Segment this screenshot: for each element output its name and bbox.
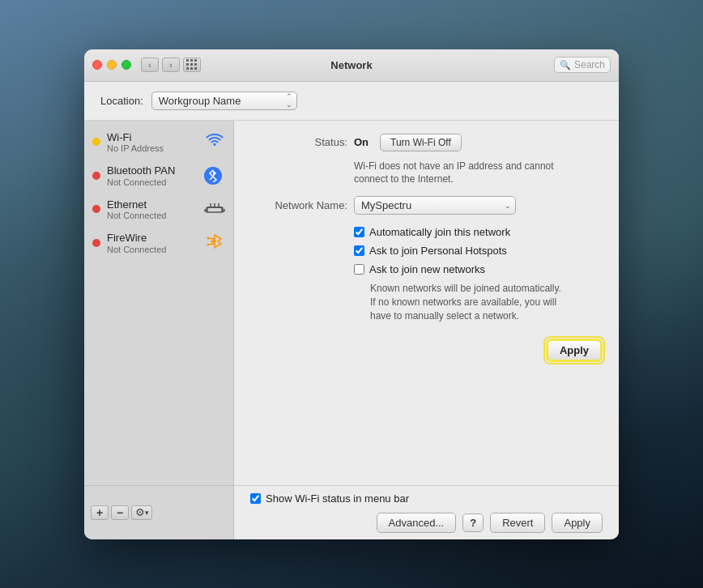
sidebar-item-bluetooth[interactable]: Bluetooth PAN Not Connected — [84, 159, 233, 193]
bluetooth-icon — [204, 167, 225, 185]
sidebar-toolbar: + − ⚙ ▾ — [84, 485, 234, 539]
auto-join-row: Automatically join this network — [354, 226, 603, 238]
status-row: Status: On Turn Wi-Fi Off — [250, 134, 603, 151]
firewire-status: Not Connected — [107, 245, 198, 254]
apply-button-bottom[interactable]: Apply — [552, 513, 603, 533]
personal-hotspot-checkbox[interactable] — [354, 245, 364, 256]
bluetooth-name: Bluetooth PAN — [107, 164, 198, 177]
sidebar-item-ethernet[interactable]: Ethernet Not Connected — [84, 193, 233, 227]
show-wifi-row: Show Wi-Fi status in menu bar — [250, 492, 603, 505]
auto-join-checkbox[interactable] — [354, 227, 364, 237]
close-button[interactable] — [92, 60, 102, 70]
advanced-button[interactable]: Advanced... — [377, 513, 457, 533]
bluetooth-status-dot — [92, 172, 100, 180]
new-networks-checkbox[interactable] — [354, 264, 364, 275]
right-panel: Status: On Turn Wi-Fi Off Wi-Fi does not… — [234, 121, 619, 485]
back-button[interactable]: ‹ — [141, 58, 159, 72]
sidebar-item-firewire[interactable]: FireWire Not Connected — [84, 226, 233, 260]
search-icon: 🔍 — [560, 60, 571, 70]
remove-network-button[interactable]: − — [111, 505, 129, 520]
auto-join-label: Automatically join this network — [369, 226, 510, 238]
network-name-row: Network Name: MySpectru ⌄ — [250, 196, 603, 215]
highlighted-apply-wrapper: Apply — [546, 339, 603, 362]
traffic-lights — [92, 60, 131, 70]
firewire-info: FireWire Not Connected — [107, 232, 198, 254]
ethernet-status-dot — [92, 205, 100, 213]
status-label: Status: — [250, 136, 347, 148]
location-select[interactable]: Workgroup Name — [151, 92, 297, 110]
minimize-button[interactable] — [107, 60, 117, 70]
wifi-status-dot — [92, 138, 100, 146]
revert-button[interactable]: Revert — [490, 513, 545, 533]
ethernet-name: Ethernet — [107, 198, 198, 211]
titlebar: ‹ › Network 🔍 Search — [84, 49, 619, 82]
svg-point-3 — [207, 236, 210, 239]
location-label: Location: — [100, 95, 143, 107]
status-description: Wi-Fi does not have an IP address and ca… — [354, 160, 565, 187]
bluetooth-info: Bluetooth PAN Not Connected — [107, 164, 198, 187]
sidebar: Wi-Fi No IP Address Blueto — [84, 121, 234, 485]
ethernet-icon — [204, 200, 225, 219]
firewire-status-dot — [92, 239, 100, 247]
bluetooth-status: Not Connected — [107, 177, 198, 187]
bottom-buttons: Advanced... ? Revert Apply — [250, 513, 603, 533]
show-wifi-checkbox[interactable] — [250, 493, 261, 504]
grid-view-button[interactable] — [183, 58, 201, 72]
nav-buttons: ‹ › — [141, 58, 180, 72]
known-networks-note: Known networks will be joined automatica… — [370, 282, 565, 322]
help-button[interactable]: ? — [462, 513, 484, 532]
forward-button[interactable]: › — [162, 58, 180, 72]
personal-hotspot-label: Ask to join Personal Hotspots — [369, 245, 507, 257]
wifi-name: Wi-Fi — [107, 131, 198, 144]
maximize-button[interactable] — [121, 60, 131, 70]
bottom-section: Show Wi-Fi status in menu bar Advanced..… — [234, 485, 619, 539]
window-title: Network — [330, 59, 372, 71]
network-name-select[interactable]: MySpectru — [354, 196, 516, 215]
network-window: ‹ › Network 🔍 Search Location: Workgroup… — [84, 49, 619, 539]
show-wifi-label: Show Wi-Fi status in menu bar — [266, 492, 409, 505]
wifi-info: Wi-Fi No IP Address — [107, 131, 198, 154]
wifi-status: No IP Address — [107, 143, 198, 153]
ethernet-info: Ethernet Not Connected — [107, 198, 198, 221]
grid-icon — [186, 59, 198, 70]
svg-point-0 — [214, 143, 216, 146]
ethernet-status: Not Connected — [107, 211, 198, 220]
main-content: Wi-Fi No IP Address Blueto — [84, 121, 619, 485]
bluetooth-symbol — [204, 167, 222, 185]
location-bar: Location: Workgroup Name ⌃⌄ — [84, 82, 619, 121]
personal-hotspot-row: Ask to join Personal Hotspots — [354, 245, 603, 257]
add-network-button[interactable]: + — [91, 505, 109, 520]
wifi-icon — [204, 134, 225, 151]
status-value: On — [354, 136, 369, 148]
network-name-select-wrapper: MySpectru ⌄ — [354, 196, 516, 215]
firewire-name: FireWire — [107, 232, 198, 245]
search-box[interactable]: 🔍 Search — [554, 57, 611, 73]
network-name-label: Network Name: — [250, 199, 347, 211]
gear-dropdown-arrow: ▾ — [145, 509, 149, 517]
gear-button[interactable]: ⚙ ▾ — [131, 505, 152, 520]
new-networks-row: Ask to join new networks — [354, 263, 603, 275]
new-networks-label: Ask to join new networks — [369, 263, 485, 275]
firewire-icon — [204, 233, 225, 254]
location-select-wrapper: Workgroup Name ⌃⌄ — [151, 92, 297, 110]
gear-icon: ⚙ — [135, 506, 145, 518]
search-placeholder: Search — [574, 59, 605, 70]
apply-button-highlighted[interactable]: Apply — [546, 339, 603, 362]
turn-wifi-off-button[interactable]: Turn Wi-Fi Off — [380, 134, 462, 151]
svg-point-4 — [207, 243, 210, 245]
svg-point-2 — [213, 240, 216, 243]
sidebar-item-wifi[interactable]: Wi-Fi No IP Address — [84, 126, 233, 160]
